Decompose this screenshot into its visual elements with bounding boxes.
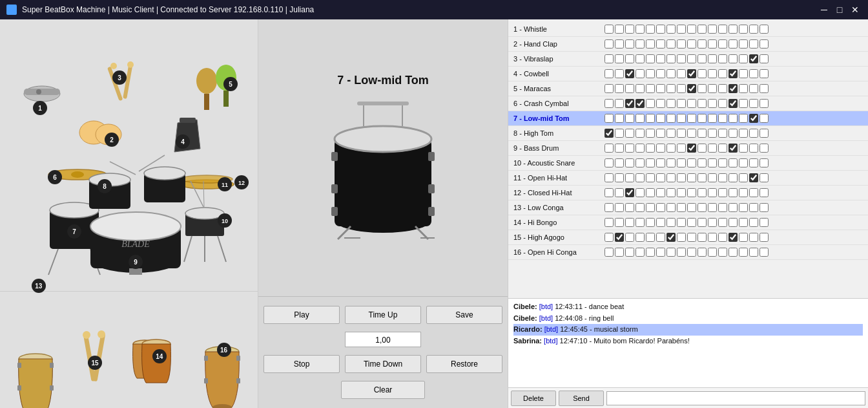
beat-checkbox-5-13[interactable] bbox=[739, 84, 748, 93]
beat-checkbox-14-7[interactable] bbox=[677, 218, 686, 227]
beat-checkbox-15-1[interactable] bbox=[615, 233, 624, 242]
beat-checkbox-12-10[interactable] bbox=[708, 188, 717, 197]
beat-checkbox-14-3[interactable] bbox=[636, 218, 645, 227]
beat-checkbox-16-6[interactable] bbox=[666, 248, 676, 257]
beat-checkbox-8-10[interactable] bbox=[708, 129, 717, 138]
beat-checkbox-5-7[interactable] bbox=[677, 84, 686, 93]
beat-checkbox-10-0[interactable] bbox=[604, 158, 614, 167]
beat-checkbox-12-1[interactable] bbox=[615, 188, 624, 197]
beat-checkbox-7-8[interactable] bbox=[687, 114, 696, 123]
beat-checkbox-9-12[interactable] bbox=[728, 144, 738, 153]
beat-checkbox-6-3[interactable] bbox=[636, 99, 645, 108]
beat-checkbox-13-5[interactable] bbox=[656, 203, 665, 212]
beat-checkbox-8-12[interactable] bbox=[728, 129, 738, 138]
beat-checkbox-11-0[interactable] bbox=[604, 173, 614, 182]
beat-checkbox-11-1[interactable] bbox=[615, 173, 624, 182]
beat-checkbox-10-3[interactable] bbox=[636, 158, 645, 167]
beat-checkbox-6-14[interactable] bbox=[749, 99, 758, 108]
beat-checkbox-12-2[interactable] bbox=[625, 188, 634, 197]
beat-checkbox-4-7[interactable] bbox=[677, 69, 686, 78]
beat-checkbox-16-12[interactable] bbox=[728, 248, 738, 257]
beat-checkbox-5-10[interactable] bbox=[708, 84, 717, 93]
beat-checkbox-4-8[interactable] bbox=[687, 69, 696, 78]
beat-checkbox-2-13[interactable] bbox=[739, 39, 748, 48]
beat-checkbox-8-8[interactable] bbox=[687, 129, 696, 138]
beat-checkbox-13-0[interactable] bbox=[604, 203, 614, 212]
beat-checkbox-3-11[interactable] bbox=[718, 54, 727, 63]
beat-checkbox-10-11[interactable] bbox=[718, 158, 727, 167]
beat-checkbox-13-15[interactable] bbox=[760, 203, 769, 212]
beat-checkbox-6-10[interactable] bbox=[708, 99, 717, 108]
beat-checkbox-12-7[interactable] bbox=[677, 188, 686, 197]
beat-checkbox-4-0[interactable] bbox=[604, 69, 614, 78]
beat-checkbox-5-15[interactable] bbox=[760, 84, 769, 93]
beat-checkbox-6-15[interactable] bbox=[760, 99, 769, 108]
beat-checkbox-13-9[interactable] bbox=[698, 203, 707, 212]
beat-checkbox-6-5[interactable] bbox=[656, 99, 665, 108]
beat-checkbox-3-3[interactable] bbox=[636, 54, 645, 63]
beat-checkbox-9-15[interactable] bbox=[760, 144, 769, 153]
beat-checkbox-15-8[interactable] bbox=[687, 233, 696, 242]
beat-checkbox-13-3[interactable] bbox=[636, 203, 645, 212]
beat-checkbox-15-5[interactable] bbox=[656, 233, 665, 242]
beat-checkbox-5-5[interactable] bbox=[656, 84, 665, 93]
beat-checkbox-14-15[interactable] bbox=[760, 218, 769, 227]
beat-checkbox-9-13[interactable] bbox=[739, 144, 748, 153]
beat-checkbox-14-0[interactable] bbox=[604, 218, 614, 227]
beat-checkbox-16-11[interactable] bbox=[718, 248, 727, 257]
beat-checkbox-13-13[interactable] bbox=[739, 203, 748, 212]
instrument-row-1[interactable]: 1 - Whistle bbox=[508, 22, 868, 37]
beat-checkbox-5-11[interactable] bbox=[718, 84, 727, 93]
beat-checkbox-1-1[interactable] bbox=[615, 25, 624, 34]
instrument-row-7[interactable]: 7 - Low-mid Tom bbox=[508, 111, 868, 126]
beat-checkbox-9-5[interactable] bbox=[656, 144, 665, 153]
beat-checkbox-1-12[interactable] bbox=[728, 25, 738, 34]
beat-checkbox-2-0[interactable] bbox=[604, 39, 614, 48]
beat-checkbox-7-13[interactable] bbox=[739, 114, 748, 123]
instrument-row-16[interactable]: 16 - Open Hi Conga bbox=[508, 245, 868, 260]
beat-checkbox-2-12[interactable] bbox=[728, 39, 738, 48]
beat-checkbox-6-6[interactable] bbox=[666, 99, 676, 108]
beat-checkbox-11-12[interactable] bbox=[728, 173, 738, 182]
beat-checkbox-2-3[interactable] bbox=[636, 39, 645, 48]
beat-checkbox-3-2[interactable] bbox=[625, 54, 634, 63]
beat-checkbox-13-11[interactable] bbox=[718, 203, 727, 212]
beat-checkbox-13-2[interactable] bbox=[625, 203, 634, 212]
beat-checkbox-1-8[interactable] bbox=[687, 25, 696, 34]
beat-checkbox-6-8[interactable] bbox=[687, 99, 696, 108]
beat-checkbox-5-12[interactable] bbox=[728, 84, 738, 93]
beat-checkbox-10-15[interactable] bbox=[760, 158, 769, 167]
beat-checkbox-4-6[interactable] bbox=[666, 69, 676, 78]
beat-checkbox-15-6[interactable] bbox=[666, 233, 676, 242]
beat-checkbox-12-14[interactable] bbox=[749, 188, 758, 197]
instrument-row-10[interactable]: 10 - Acoustic Snare bbox=[508, 156, 868, 171]
beat-checkbox-11-6[interactable] bbox=[666, 173, 676, 182]
beat-checkbox-10-4[interactable] bbox=[646, 158, 655, 167]
beat-checkbox-8-5[interactable] bbox=[656, 129, 665, 138]
beat-checkbox-9-6[interactable] bbox=[666, 144, 676, 153]
beat-checkbox-11-7[interactable] bbox=[677, 173, 686, 182]
beat-checkbox-11-13[interactable] bbox=[739, 173, 748, 182]
beat-checkbox-2-14[interactable] bbox=[749, 39, 758, 48]
beat-checkbox-7-3[interactable] bbox=[636, 114, 645, 123]
clear-button[interactable]: Clear bbox=[341, 381, 425, 399]
beat-checkbox-8-14[interactable] bbox=[749, 129, 758, 138]
beat-checkbox-4-2[interactable] bbox=[625, 69, 634, 78]
close-button[interactable]: ✕ bbox=[849, 3, 862, 16]
beat-checkbox-16-5[interactable] bbox=[656, 248, 665, 257]
beat-checkbox-14-2[interactable] bbox=[625, 218, 634, 227]
instrument-row-2[interactable]: 2 - Hand Clap bbox=[508, 37, 868, 52]
beat-checkbox-3-7[interactable] bbox=[677, 54, 686, 63]
beat-checkbox-7-14[interactable] bbox=[749, 114, 758, 123]
beat-checkbox-9-0[interactable] bbox=[604, 144, 614, 153]
instrument-row-13[interactable]: 13 - Low Conga bbox=[508, 200, 868, 215]
beat-checkbox-1-3[interactable] bbox=[636, 25, 645, 34]
beat-checkbox-8-0[interactable] bbox=[604, 129, 614, 138]
beat-checkbox-2-6[interactable] bbox=[666, 39, 676, 48]
beat-checkbox-8-1[interactable] bbox=[615, 129, 624, 138]
time-down-button[interactable]: Time Down bbox=[345, 355, 421, 373]
beat-checkbox-1-4[interactable] bbox=[646, 25, 655, 34]
chat-input[interactable] bbox=[606, 391, 865, 405]
beat-checkbox-4-11[interactable] bbox=[718, 69, 727, 78]
beat-checkbox-16-13[interactable] bbox=[739, 248, 748, 257]
